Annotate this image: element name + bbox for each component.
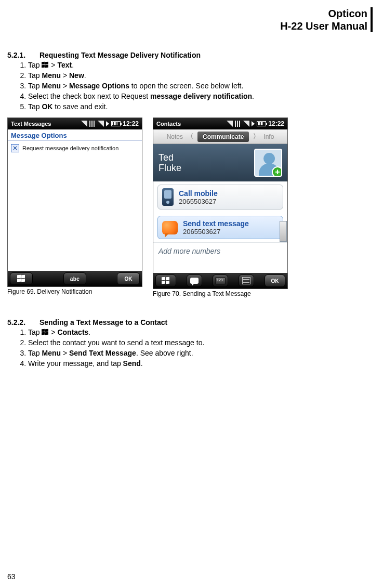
keyboard-123-icon [215,277,226,284]
contact-name: Ted Fluke [159,152,249,174]
step-522-2: Select the contact you want to send a te… [28,338,373,348]
network-icon [235,121,241,127]
windows-flag-icon [162,277,170,284]
step-521-3: Tap Menu > Message Options to open the s… [28,81,373,91]
call-mobile-title: Call mobile [179,189,218,198]
menu-list-icon [242,277,250,284]
menu-button[interactable] [239,275,254,287]
antenna-icon [98,121,104,127]
windows-start-icon [42,62,49,68]
section-521-num: 5.2.1. [7,51,37,59]
input-mode-button[interactable]: abc [63,272,86,285]
figure-69: Text Messages 12:22 Message Options ✕ Re… [7,117,142,295]
section-521-steps: Tap > Text. Tap Menu > New. Tap Menu > M… [7,60,373,111]
ok-button[interactable]: OK [117,272,140,285]
header-line1: Opticon [7,7,367,20]
signal-bars-icon [227,121,233,127]
header-line2: H-22 User Manual [7,20,367,32]
battery-icon [257,121,266,126]
send-text-number: 2065503627 [183,228,249,236]
step-522-1: Tap > Contacts. [28,328,373,337]
fig70-caption: Figure 70. Sending a Text Message [153,290,288,297]
start-button[interactable] [155,275,176,287]
volume-icon [106,121,109,126]
fig69-caption: Figure 69. Delivery Notification [7,288,142,295]
avatar[interactable]: + [254,149,282,177]
step-522-4: Write your message, and tap Send. [28,359,373,369]
section-522-steps: Tap > Contacts. Select the contact you w… [7,328,373,369]
fig69-statusbar: Text Messages 12:22 [8,118,142,129]
checkbox-checked-icon[interactable]: ✕ [11,144,19,152]
tab-info[interactable]: Info [263,133,274,140]
windows-start-icon [42,329,49,335]
send-text-title: Send text message [183,219,249,228]
fig70-status-title: Contacts [156,121,181,127]
section-521-title: Requesting Text Message Delivery Notific… [39,51,201,59]
section-522-title: Sending a Text Message to a Contact [39,318,167,326]
tab-notes[interactable]: Notes [167,133,183,140]
fig70-tabbar: Notes 〈 Communicate 〉 Info [153,129,287,144]
section-522-heading: 5.2.2. Sending a Text Message to a Conta… [7,318,373,326]
step-522-3: Tap Menu > Send Text Message. See above … [28,348,373,358]
fig70-statusbar: Contacts 12:22 [153,118,287,129]
page-number: 63 [7,572,16,581]
keyboard-button[interactable] [213,275,228,287]
signal-bars-icon [81,121,87,127]
call-mobile-number: 2065503627 [179,198,218,205]
fig69-checkbox-label: Request message delivery notification [22,145,118,151]
windows-flag-icon [17,275,25,282]
chevron-right-icon[interactable]: 〉 [253,132,259,141]
network-icon [89,121,96,127]
fig70-phone: Contacts 12:22 Notes 〈 Communicate 〉 Inf… [153,117,288,289]
fig70-bottombar: OK [153,273,287,289]
battery-icon [111,121,121,126]
fig70-body: Notes 〈 Communicate 〉 Info Ted Fluke + [153,129,287,273]
volume-icon [252,121,255,126]
fig69-phone: Text Messages 12:22 Message Options ✕ Re… [7,117,142,287]
figures-row: Text Messages 12:22 Message Options ✕ Re… [7,117,373,297]
add-more-numbers[interactable]: Add more numbers [153,242,287,259]
fig69-time: 12:22 [123,120,139,127]
step-521-2: Tap Menu > New. [28,71,373,81]
page-header: Opticon H-22 User Manual [7,7,373,32]
messaging-button[interactable] [187,275,202,287]
fig70-time: 12:22 [268,120,284,127]
step-521-1: Tap > Text. [28,60,373,70]
start-button[interactable] [10,272,33,285]
fig69-message-options-title: Message Options [8,129,142,141]
chevron-left-icon[interactable]: 〈 [187,132,193,141]
figure-70: Contacts 12:22 Notes 〈 Communicate 〉 Inf… [153,117,288,297]
section-522-num: 5.2.2. [7,318,37,326]
step-521-5: Tap OK to save and exit. [28,102,373,112]
add-photo-icon[interactable]: + [272,166,282,177]
step-521-4: Select the check box next to Request mes… [28,92,373,101]
message-bubble-icon [162,221,178,234]
scrollbar-thumb[interactable] [280,221,287,242]
fig69-body: Message Options ✕ Request message delive… [8,129,142,271]
fig69-checkbox-row[interactable]: ✕ Request message delivery notification [8,141,142,155]
call-mobile-card[interactable]: Call mobile 2065503627 [157,185,283,210]
antenna-icon [243,121,249,127]
mobile-phone-icon [162,188,174,206]
send-text-card[interactable]: Send text message 2065503627 [157,216,283,239]
ok-button[interactable]: OK [265,275,285,287]
speech-bubble-icon [190,278,199,284]
fig69-bottombar: abc OK [8,271,142,286]
fig69-status-title: Text Messages [11,121,51,127]
contact-header: Ted Fluke + [153,144,287,181]
section-521-heading: 5.2.1. Requesting Text Message Delivery … [7,51,373,59]
tab-communicate[interactable]: Communicate [197,132,249,142]
